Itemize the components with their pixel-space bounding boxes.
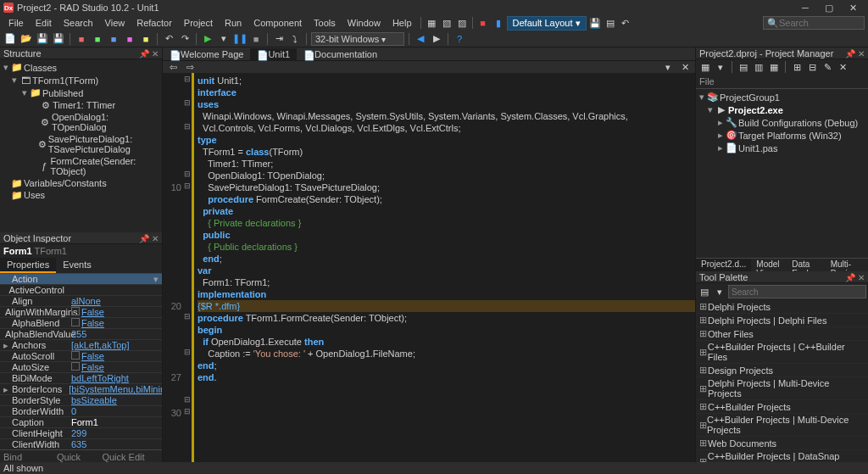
stop-icon[interactable]: ■ bbox=[476, 16, 490, 30]
prop-row[interactable]: CaptionForm1 bbox=[0, 417, 162, 428]
tree-node[interactable]: ▾📁Classes bbox=[2, 61, 160, 74]
code-line[interactable]: interface bbox=[198, 86, 695, 98]
prop-row[interactable]: AutoSizeFalse bbox=[0, 362, 162, 373]
tree-node[interactable]: 📁Uses bbox=[2, 189, 160, 201]
code-line[interactable]: { Public declarations } bbox=[198, 241, 695, 253]
tab-events[interactable]: Events bbox=[56, 258, 98, 273]
pause-icon[interactable]: ❚❚ bbox=[233, 32, 247, 46]
back-icon[interactable]: ◀ bbox=[414, 32, 427, 46]
nav-fwd-icon[interactable]: ⇨ bbox=[183, 60, 197, 74]
code-line[interactable]: OpenDialog1: TOpenDialog; bbox=[198, 170, 695, 181]
code-line[interactable]: unit Unit1; bbox=[198, 75, 695, 86]
palette-category[interactable]: ⊞Other Files bbox=[696, 327, 868, 341]
tree-node[interactable]: ▾🗔TForm1(TForm) bbox=[2, 74, 160, 86]
code-line[interactable]: type bbox=[198, 134, 695, 146]
tree-node[interactable]: ⚙OpenDialog1: TOpenDialog bbox=[2, 111, 160, 133]
palette-category[interactable]: ⊞Delphi Projects | Multi-Device Projects bbox=[696, 377, 868, 400]
palette-category[interactable]: ⊞Delphi Projects | Delphi Files bbox=[696, 314, 868, 327]
palette-category[interactable]: ⊞C++Builder Projects bbox=[696, 400, 868, 414]
code-line[interactable]: public bbox=[198, 229, 695, 241]
menu-refactor[interactable]: Refactor bbox=[131, 16, 177, 30]
pm-tb-icon[interactable]: ▥ bbox=[753, 60, 765, 74]
palette-category[interactable]: ⊞Design Projects bbox=[696, 364, 868, 377]
pm-tb-icon[interactable]: ▾ bbox=[715, 60, 726, 74]
palette-category[interactable]: ⊞Delphi Projects bbox=[696, 300, 868, 314]
prop-row[interactable]: AlphaBlendFalse bbox=[0, 318, 162, 329]
prop-row[interactable]: AutoScrollFalse bbox=[0, 351, 162, 362]
tree-node[interactable]: ▸🔧Build Configurations (Debug) bbox=[698, 116, 866, 129]
pin-icon[interactable]: 📌 bbox=[845, 273, 855, 282]
run-dropdown-icon[interactable]: ▾ bbox=[217, 32, 231, 46]
palette-category[interactable]: ⊞C++Builder Projects | C++Builder Files bbox=[696, 341, 868, 364]
menu-window[interactable]: Window bbox=[342, 16, 386, 30]
pal-cfg-icon[interactable]: ▤ bbox=[698, 285, 711, 298]
close-panel-icon[interactable]: ✕ bbox=[152, 49, 159, 59]
code-line[interactable]: procedure FormCreate(Sender: TObject); bbox=[198, 193, 695, 205]
editor-tab[interactable]: 📄Documentation bbox=[297, 48, 384, 60]
code-line[interactable]: begin bbox=[198, 324, 695, 336]
help-icon[interactable]: ? bbox=[453, 32, 466, 46]
prop-row[interactable]: Action ▾ bbox=[0, 274, 162, 285]
close-panel-icon[interactable]: ✕ bbox=[858, 273, 865, 282]
code-line[interactable]: end; bbox=[198, 253, 695, 265]
redo-icon[interactable]: ↷ bbox=[178, 32, 192, 46]
close-panel-icon[interactable]: ✕ bbox=[858, 49, 865, 59]
saveall-icon[interactable]: 💾 bbox=[52, 32, 65, 46]
code-line[interactable]: Form1: TForm1; bbox=[198, 276, 695, 288]
dropdown-icon[interactable]: ▾ bbox=[661, 60, 675, 74]
tb-icon[interactable]: ▨ bbox=[455, 16, 469, 30]
pm-tb-icon[interactable]: ▦ bbox=[699, 60, 711, 74]
tb-icon[interactable]: ▦ bbox=[425, 16, 438, 30]
maximize-button[interactable]: ▢ bbox=[817, 3, 841, 14]
ide-search[interactable] bbox=[763, 16, 865, 30]
palette-search[interactable] bbox=[728, 285, 866, 298]
palette-category[interactable]: ⊞C++Builder Projects | Multi-Device Proj… bbox=[696, 414, 868, 437]
menu-component[interactable]: Component bbox=[248, 16, 307, 30]
tb-icon[interactable]: ▧ bbox=[440, 16, 453, 30]
menu-edit[interactable]: Edit bbox=[31, 16, 57, 30]
prop-row[interactable]: ActiveControl bbox=[0, 285, 162, 296]
code-line[interactable]: SavePictureDialog1: TSavePictureDialog; bbox=[198, 181, 695, 193]
code-line[interactable]: { Private declarations } bbox=[198, 217, 695, 229]
save-icon[interactable]: 💾 bbox=[36, 32, 49, 46]
tree-node[interactable]: ▸🎯Target Platforms (Win32) bbox=[698, 129, 866, 142]
palette-category[interactable]: ⊞Web Documents bbox=[696, 437, 868, 450]
stop-icon[interactable]: ■ bbox=[249, 32, 263, 46]
tb-icon[interactable]: ■ bbox=[123, 32, 136, 46]
code-line[interactable]: procedure TForm1.FormCreate(Sender: TObj… bbox=[198, 312, 695, 324]
pm-tb-icon[interactable]: ⊟ bbox=[806, 60, 818, 74]
code-line[interactable]: TForm1 = class(TForm) bbox=[198, 146, 695, 158]
bookmark-icon[interactable]: ▮ bbox=[492, 16, 505, 30]
code-line[interactable]: Vcl.Controls, Vcl.Forms, Vcl.Dialogs, Vc… bbox=[198, 122, 695, 134]
code-line[interactable]: {$R *.dfm} bbox=[198, 300, 695, 312]
tree-node[interactable]: ▾📚ProjectGroup1 bbox=[698, 91, 866, 103]
menu-help[interactable]: Help bbox=[387, 16, 417, 30]
tb-icon[interactable]: ■ bbox=[107, 32, 120, 46]
fwd-icon[interactable]: ▶ bbox=[430, 32, 443, 46]
prop-row[interactable]: ClientWidth635 bbox=[0, 439, 162, 449]
editor-tab[interactable]: 📄Unit1 bbox=[250, 48, 297, 60]
open-icon[interactable]: 📂 bbox=[19, 32, 33, 46]
tb-icon[interactable]: ■ bbox=[91, 32, 104, 46]
pm-tab[interactable]: Data Explo... bbox=[787, 259, 825, 271]
tree-node[interactable]: 📁Variables/Constants bbox=[2, 177, 160, 189]
pin-icon[interactable]: 📌 bbox=[845, 49, 855, 59]
code-line[interactable]: Caption := 'You chose: ' + OpenDialog1.F… bbox=[198, 348, 695, 360]
layout-select[interactable]: Default Layout ▾ bbox=[507, 16, 587, 31]
code-line[interactable]: var bbox=[198, 265, 695, 276]
platform-select[interactable]: 32-bit Windows ▾ bbox=[311, 32, 404, 46]
tree-node[interactable]: ƒFormCreate(Sender: TObject) bbox=[2, 155, 160, 177]
pin-icon[interactable]: 📌 bbox=[139, 49, 149, 59]
minimize-button[interactable]: ─ bbox=[793, 3, 817, 13]
inspector-selection[interactable]: Form1 TForm1 bbox=[0, 244, 162, 258]
pal-cat-icon[interactable]: ▾ bbox=[713, 285, 726, 298]
prop-row[interactable]: ▸BorderIcons[biSystemMenu,biMinimize,biM… bbox=[0, 384, 162, 395]
menu-view[interactable]: View bbox=[100, 16, 131, 30]
pm-tab[interactable]: Multi-Device ... bbox=[826, 259, 868, 271]
close-button[interactable]: ✕ bbox=[841, 3, 865, 14]
run-icon[interactable]: ▶ bbox=[201, 32, 214, 46]
code-line[interactable]: uses bbox=[198, 98, 695, 110]
code-line[interactable]: if OpenDialog1.Execute then bbox=[198, 336, 695, 348]
tree-node[interactable]: ▸📄Unit1.pas bbox=[698, 142, 866, 154]
prop-row[interactable]: BorderStylebsSizeable bbox=[0, 395, 162, 406]
